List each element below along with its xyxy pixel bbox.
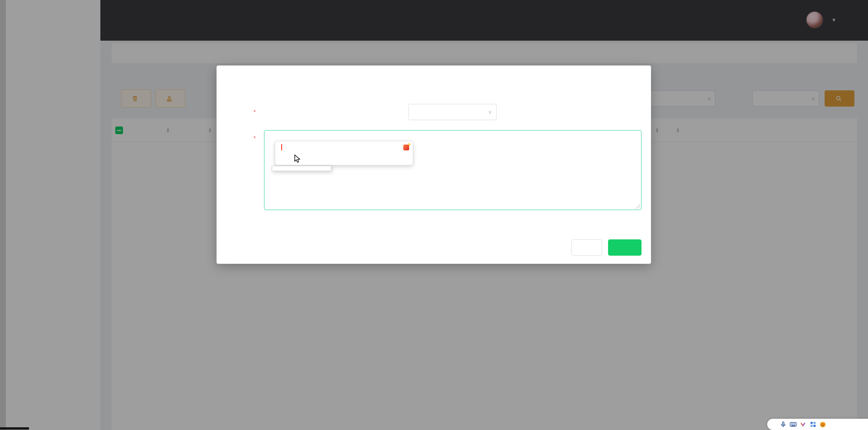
required-asterisk: * (254, 135, 256, 142)
required-asterisk: * (254, 108, 256, 116)
status-field-label: * (208, 108, 257, 116)
mouse-cursor-icon (291, 154, 301, 165)
audit-status-select[interactable]: ∨ (408, 104, 497, 120)
sogou-ime-toolbar (767, 419, 868, 430)
page: ▼ ∨ ∨ ▲▼ (0, 0, 868, 430)
ime-caret (281, 144, 282, 150)
ime-assistant-hint[interactable] (401, 145, 409, 150)
ime-context-menu (272, 166, 331, 171)
keyboard-icon[interactable] (789, 421, 797, 428)
taskbar-edge (0, 427, 29, 430)
microphone-icon[interactable] (779, 421, 787, 428)
content-field-label: * (208, 135, 257, 142)
cancel-button[interactable] (571, 239, 602, 256)
writing-assistant-icon[interactable] (403, 145, 409, 150)
confirm-button[interactable] (608, 239, 642, 256)
skin-icon[interactable] (799, 421, 807, 428)
resize-handle-icon[interactable] (636, 204, 640, 209)
chevron-down-icon: ∨ (488, 109, 492, 115)
toolbox-icon[interactable] (809, 421, 816, 428)
emoji-icon[interactable] (819, 421, 826, 428)
